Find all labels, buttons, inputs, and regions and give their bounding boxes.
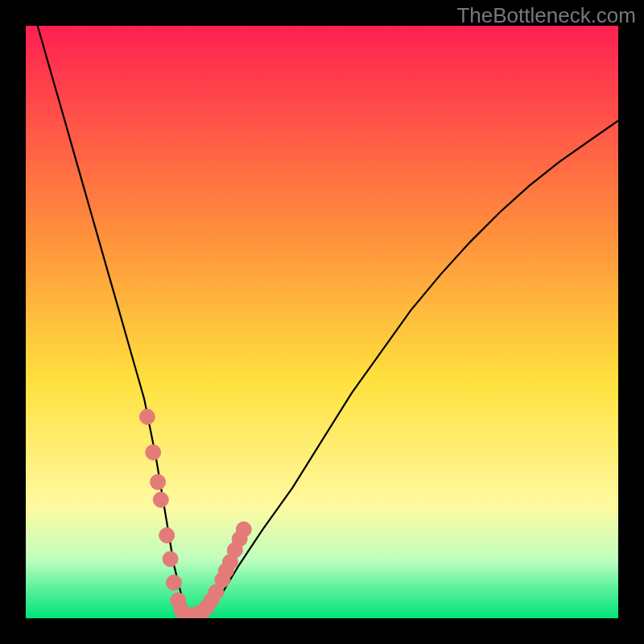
data-marker (236, 522, 251, 537)
data-marker (146, 444, 161, 460)
data-marker (139, 409, 155, 424)
data-marker (151, 474, 166, 489)
data-marker (163, 551, 178, 567)
gradient-background (26, 26, 618, 618)
plot-area (26, 26, 618, 618)
watermark-text: TheBottleneck.com (456, 3, 636, 28)
data-marker (167, 575, 182, 590)
chart-frame: TheBottleneck.com (0, 0, 644, 644)
data-marker (159, 528, 175, 543)
data-marker (153, 492, 168, 507)
chart-svg (26, 26, 618, 618)
